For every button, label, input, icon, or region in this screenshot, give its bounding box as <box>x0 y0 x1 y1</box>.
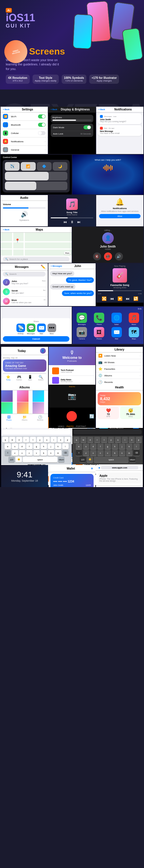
photo-5[interactable] <box>17 402 28 414</box>
dark-key-e[interactable]: e <box>87 437 93 443</box>
key-shift[interactable]: ⇧ <box>5 450 11 456</box>
dark-key-d[interactable]: d <box>90 443 96 449</box>
dark-key-c[interactable]: c <box>97 450 104 456</box>
dark-key-emoji[interactable]: 😊 <box>87 457 93 462</box>
key-e[interactable]: e <box>16 437 22 443</box>
dark-key-r[interactable]: r <box>94 437 100 443</box>
compose-button[interactable]: ✏️ <box>41 265 46 269</box>
dark-key-numbers[interactable]: 123 <box>79 457 86 462</box>
message-thread-1[interactable]: J John Now Hey! Are you free? <box>1 278 48 287</box>
dark-key-u[interactable]: u <box>115 437 121 443</box>
key-i[interactable]: i <box>51 437 57 443</box>
prev-button[interactable]: ⏮ <box>63 220 67 224</box>
airplane-button[interactable]: ✈️ <box>5 162 20 171</box>
share-messages[interactable]: 💬 Messages <box>27 323 35 335</box>
key-q[interactable]: q <box>2 437 8 443</box>
app-messages[interactable]: 💬 Messages <box>74 313 90 325</box>
key-v[interactable]: v <box>33 450 40 456</box>
key-numbers[interactable]: 123 <box>8 457 15 462</box>
share-mail[interactable]: ✉️ Mail <box>37 323 46 335</box>
key-k[interactable]: k <box>55 443 61 449</box>
key-c[interactable]: c <box>26 450 32 456</box>
app-mail[interactable]: ✉️ Mail <box>109 327 124 340</box>
key-m[interactable]: m <box>55 450 61 456</box>
library-listen-now[interactable]: ▶️ Listen Now › <box>96 352 143 359</box>
dark-key-delete[interactable]: ⌫ <box>133 450 140 456</box>
key-d[interactable]: d <box>19 443 25 449</box>
share-more[interactable]: ••• More <box>48 323 56 335</box>
tab-search[interactable]: 🔍Search <box>35 375 46 381</box>
play-button[interactable]: ⏸ <box>70 220 74 224</box>
wifi-cc-button[interactable]: 📶 <box>21 162 35 171</box>
key-u[interactable]: u <box>44 437 50 443</box>
key-j[interactable]: j <box>48 443 54 449</box>
dark-key-t[interactable]: t <box>101 437 107 443</box>
photo-mode[interactable]: PHOTO <box>67 425 74 427</box>
key-h[interactable]: h <box>41 443 47 449</box>
tab-albums[interactable]: 📁Albums <box>17 415 32 421</box>
app-safari[interactable]: 🌐 Safari <box>109 313 124 325</box>
dark-key-a[interactable]: a <box>76 443 82 449</box>
video-mode[interactable]: VIDEO <box>58 425 64 427</box>
key-p[interactable]: p <box>65 437 71 443</box>
bluetooth-cc-button[interactable]: 🔷 <box>37 162 52 171</box>
brightness-slider[interactable] <box>5 172 67 180</box>
key-w[interactable]: w <box>9 437 15 443</box>
photo-2[interactable] <box>17 391 28 402</box>
dark-key-k[interactable]: k <box>126 443 133 449</box>
key-y[interactable]: y <box>37 437 43 443</box>
key-l[interactable]: l <box>62 443 69 449</box>
tab-recents[interactable]: 🕒Recents <box>32 415 48 421</box>
share-safari-button[interactable]: ↑ <box>140 467 141 469</box>
key-o[interactable]: o <box>57 437 64 443</box>
key-t[interactable]: t <box>30 437 36 443</box>
portrait-mode[interactable]: PORTRAIT <box>76 425 86 427</box>
app-music[interactable]: 🎵 Music <box>126 313 142 325</box>
dark-key-s[interactable]: s <box>83 443 89 449</box>
dark-key-q[interactable]: q <box>73 437 79 443</box>
dark-key-f[interactable]: f <box>97 443 104 449</box>
photo-3[interactable] <box>32 391 44 402</box>
dark-text-input[interactable] <box>73 430 142 434</box>
dark-key-y[interactable]: y <box>108 437 114 443</box>
play-pause-button[interactable]: ▶️ <box>118 296 122 301</box>
dnd-button[interactable]: 🌙 <box>53 162 67 171</box>
allow-button[interactable]: Allow <box>99 214 141 218</box>
key-return[interactable]: return <box>58 457 65 462</box>
message-thread-3[interactable]: M Mom 1h Call me when you can <box>1 297 48 306</box>
key-delete[interactable]: ⌫ <box>62 450 69 456</box>
app-camera[interactable]: 📷 Camera <box>74 327 90 340</box>
dark-key-b[interactable]: b <box>112 450 118 456</box>
key-b[interactable]: b <box>41 450 47 456</box>
featured-card[interactable]: GAME OF THE DAY Amazing Game The best ad… <box>3 360 46 372</box>
dark-key-m[interactable]: m <box>126 450 133 456</box>
bluetooth-toggle[interactable] <box>38 123 46 127</box>
dark-key-v[interactable]: v <box>104 450 111 456</box>
photo-4[interactable] <box>1 402 13 414</box>
dark-key-return[interactable]: return <box>129 457 136 462</box>
key-z[interactable]: z <box>12 450 18 456</box>
photo-1[interactable] <box>1 391 13 402</box>
key-s[interactable]: s <box>12 443 18 449</box>
key-x[interactable]: x <box>19 450 25 456</box>
library-albums[interactable]: 💿 Albums › <box>96 372 143 379</box>
share-airdrop[interactable]: 📡 AirDrop <box>17 323 25 335</box>
key-r[interactable]: r <box>23 437 29 443</box>
repeat-button[interactable]: 🔁 <box>133 296 138 301</box>
wifi-toggle[interactable] <box>38 115 46 119</box>
capture-button[interactable] <box>67 411 77 422</box>
library-all-shows[interactable]: 📺 All Shows › <box>96 359 143 366</box>
tab-apps[interactable]: 📱Apps <box>24 375 35 381</box>
key-f[interactable]: f <box>26 443 32 449</box>
next-button[interactable]: ⏭ <box>126 296 130 301</box>
messages-search[interactable]: 🔍 Search <box>3 272 46 277</box>
key-space[interactable]: space <box>23 457 57 462</box>
app-maps[interactable]: 🗺 Maps <box>126 327 142 340</box>
key-g[interactable]: g <box>33 443 40 449</box>
app-phone[interactable]: 📞 Phone <box>91 313 107 325</box>
tab-today[interactable]: ⭐Today <box>3 375 14 381</box>
key-emoji[interactable]: 😊 <box>16 457 22 462</box>
maps-search[interactable]: 🔍 Search for a place <box>3 257 69 261</box>
next-button[interactable]: ⏭ <box>77 220 81 224</box>
dark-key-z[interactable]: z <box>83 450 89 456</box>
